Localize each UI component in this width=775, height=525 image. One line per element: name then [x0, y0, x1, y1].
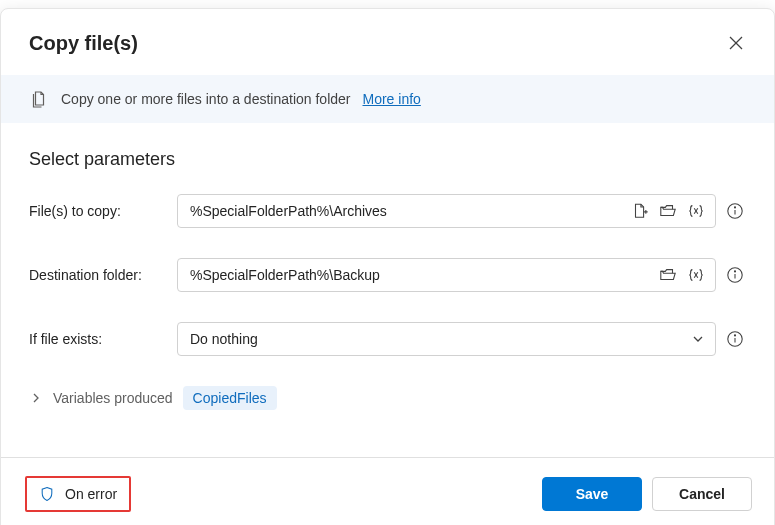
info-icon [726, 266, 744, 284]
file-add-icon [631, 202, 649, 220]
files-to-copy-info[interactable] [724, 200, 746, 222]
destination-folder-info[interactable] [724, 264, 746, 286]
folder-open-icon [659, 202, 677, 220]
info-bar: Copy one or more files into a destinatio… [1, 75, 774, 123]
destination-folder-row: Destination folder: [29, 258, 746, 292]
variables-produced-row: Variables produced CopiedFiles [29, 386, 746, 410]
if-file-exists-value: Do nothing [190, 331, 258, 347]
insert-variable-button[interactable] [685, 200, 707, 222]
close-button[interactable] [720, 27, 752, 59]
files-to-copy-input[interactable] [188, 195, 623, 227]
if-file-exists-info[interactable] [724, 328, 746, 350]
files-to-copy-input-icons [629, 200, 707, 222]
variable-icon [687, 266, 705, 284]
save-button[interactable]: Save [542, 477, 642, 511]
destination-folder-input-icons [657, 264, 707, 286]
insert-variable-destination-button[interactable] [685, 264, 707, 286]
browse-folder-button[interactable] [657, 200, 679, 222]
dialog-title: Copy file(s) [29, 32, 138, 55]
svg-point-13 [734, 271, 735, 272]
dialog-footer: On error Save Cancel [1, 457, 774, 525]
files-to-copy-input-wrap [177, 194, 716, 228]
section-title: Select parameters [29, 149, 746, 170]
info-icon [726, 202, 744, 220]
variables-expander[interactable] [29, 391, 43, 405]
chevron-down-icon [691, 332, 705, 346]
destination-folder-label: Destination folder: [29, 267, 169, 283]
dialog-header: Copy file(s) [1, 9, 774, 75]
on-error-label: On error [65, 486, 117, 502]
variables-produced-label: Variables produced [53, 390, 173, 406]
copy-files-dialog: Copy file(s) Copy one or more files into… [0, 8, 775, 525]
cancel-button[interactable]: Cancel [652, 477, 752, 511]
on-error-highlight: On error [25, 476, 131, 512]
if-file-exists-row: If file exists: Do nothing [29, 322, 746, 356]
info-icon [726, 330, 744, 348]
close-icon [729, 36, 743, 50]
files-to-copy-label: File(s) to copy: [29, 203, 169, 219]
svg-point-8 [734, 207, 735, 208]
if-file-exists-select[interactable]: Do nothing [177, 322, 716, 356]
copy-files-icon [29, 89, 49, 109]
footer-buttons: Save Cancel [542, 477, 752, 511]
chevron-right-icon [30, 392, 42, 404]
dialog-body: Select parameters File(s) to copy: [1, 123, 774, 457]
folder-open-icon [659, 266, 677, 284]
variable-chip-copiedfiles[interactable]: CopiedFiles [183, 386, 277, 410]
more-info-link[interactable]: More info [363, 91, 421, 107]
on-error-button[interactable]: On error [27, 478, 129, 510]
info-description: Copy one or more files into a destinatio… [61, 91, 351, 107]
select-file-button[interactable] [629, 200, 651, 222]
files-to-copy-row: File(s) to copy: [29, 194, 746, 228]
browse-destination-folder-button[interactable] [657, 264, 679, 286]
destination-folder-input-wrap [177, 258, 716, 292]
shield-icon [39, 486, 55, 502]
variable-icon [687, 202, 705, 220]
destination-folder-input[interactable] [188, 259, 651, 291]
if-file-exists-label: If file exists: [29, 331, 169, 347]
svg-point-16 [734, 335, 735, 336]
